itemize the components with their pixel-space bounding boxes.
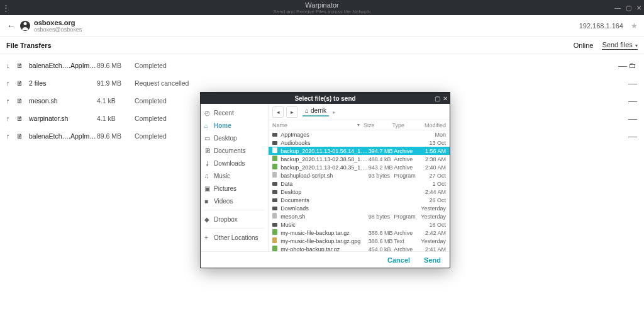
transfer-size: 89.6 MB [97,132,135,140]
upload-arrow-icon: ↑ [6,115,15,122]
sidebar-item-label: Documents [214,147,246,154]
remove-transfer-button[interactable]: — [628,113,638,123]
file-chooser-dialog: Select file(s) to send ▢ ✕ ◴Recent⌂Home▭… [200,92,450,268]
transfer-size: 4.1 kB [97,97,135,105]
path-back-button[interactable]: ◂ [272,106,284,118]
file-row[interactable]: Data1 Oct [269,179,450,188]
file-type: Archive [394,246,418,252]
sidebar-item-dropbox[interactable]: ◆Dropbox [201,213,268,225]
place-icon: ◴ [204,110,211,117]
file-row[interactable]: bashupload-script.sh93 bytesProgram27 Oc… [269,171,450,179]
dialog-close-button[interactable]: ✕ [443,95,448,102]
transfer-size: 91.9 MB [97,79,135,87]
sidebar-item-label: Music [214,173,230,179]
remove-transfer-button[interactable]: — [618,60,628,71]
cancel-button[interactable]: Cancel [387,256,410,264]
file-row[interactable]: Desktop2:44 AM [269,188,450,196]
file-list-columns: Name ▾ Size Type Modified [269,120,450,130]
file-size: 93 bytes [369,173,394,179]
archive-icon [272,229,278,236]
sidebar-item-label: Dropbox [214,216,238,223]
place-icon: ⌂ [204,122,211,129]
sidebar-item-pictures[interactable]: ▣Pictures [201,182,268,195]
file-type: Program [394,173,418,179]
transfer-name: balenaEtch….AppImage [29,62,97,69]
sidebar-item-recent[interactable]: ◴Recent [201,106,268,119]
sidebar-item-music[interactable]: ♫Music [201,169,268,182]
dialog-title: Select file(s) to send [294,95,355,102]
archive-icon [272,246,278,251]
file-size: 98 bytes [369,213,394,220]
dialog-maximize-button[interactable]: ▢ [435,95,440,102]
remove-transfer-button[interactable]: — [628,96,638,106]
send-files-button[interactable]: Send files ▾ [602,41,638,50]
file-modified: 1 Oct [418,181,446,187]
file-modified: Yesterday [418,213,446,220]
file-name: my-music-file-backup.tar.gz [280,230,369,236]
path-crumb-home[interactable]: ⌂ derrik [303,107,329,117]
transfer-name: meson.sh [29,97,97,105]
favorite-star-icon[interactable]: ★ [631,21,638,30]
file-size: 394.7 MB [369,148,394,154]
transfer-name: balenaEtch….AppImage [29,132,97,140]
column-name[interactable]: Name ▾ [272,122,360,128]
file-row[interactable]: my-music-file-backup.tar.gz388.6 MBArchi… [269,229,450,237]
sidebar-item-label: Desktop [214,135,237,142]
back-button[interactable]: ← [6,21,16,31]
place-icon: ⭳ [204,160,211,167]
sidebar-item-other-locations[interactable]: +Other Locations [201,231,268,244]
folder-icon [272,140,278,146]
file-row[interactable]: AppImagesMon [269,130,450,139]
file-row[interactable]: my-photo-backup.tar.gz454.0 kBArchive2:4… [269,245,450,251]
send-button[interactable]: Send [424,256,441,264]
file-name: backup_2020.11.13-01.56.14_1.tar [280,148,369,154]
transfer-size: 4.1 kB [97,115,135,122]
sidebar-item-label: Recent [214,110,234,117]
sidebar-item-downloads[interactable]: ⭳Downloads [201,157,268,169]
file-row[interactable]: Documents26 Oct [269,196,450,204]
column-size[interactable]: Size [364,122,389,128]
file-list[interactable]: AppImagesMonAudiobooks13 Octbackup_2020.… [269,130,450,251]
file-modified: 27 Oct [418,173,446,179]
app-menu-button[interactable]: ⋮ [0,3,11,13]
file-row[interactable]: my-music-file-backup.tar.gz.gpg388.6 MBT… [269,237,450,245]
path-forward-button[interactable]: ▸ [286,106,297,118]
open-folder-button[interactable]: 🗀 [628,61,638,70]
archive-icon [272,147,278,154]
transfer-row[interactable]: ↑🗎2 files91.9 MBRequest cancelled— [0,74,644,92]
file-modified: 16 Oct [418,222,446,228]
file-row[interactable]: backup_2020.11.13-02.40.35_1.tar943.2 MB… [269,163,450,171]
file-row[interactable]: backup_2020.11.13-01.56.14_1.tar394.7 MB… [269,147,450,155]
file-name: meson.sh [280,213,369,220]
column-type[interactable]: Type [392,122,416,128]
sidebar-item-home[interactable]: ⌂Home [201,119,268,132]
file-transfers-label: File Transfers [6,42,52,49]
upload-arrow-icon: ↑ [6,132,15,140]
file-row[interactable]: backup_2020.11.13-02.38.58_1.tar488.4 kB… [269,155,450,163]
remove-transfer-button[interactable]: — [628,78,638,88]
column-modified[interactable]: Modified [420,122,447,128]
file-type: Archive [394,164,418,171]
dropbox-icon: ◆ [204,216,211,223]
file-row[interactable]: meson.sh98 bytesProgramYesterday [269,212,450,220]
sidebar-item-videos[interactable]: ■Videos [201,195,268,207]
folder-icon [272,132,278,138]
minimize-button[interactable]: — [614,4,621,11]
file-size: 388.6 MB [369,238,394,244]
connection-status: Online [574,42,594,49]
transfer-name: warpinator.sh [29,115,97,122]
place-icon: ♫ [204,173,211,179]
place-icon: ■ [204,198,211,205]
transfer-row[interactable]: ↓🗎balenaEtch….AppImage89.6 MBCompleted—🗀 [0,57,644,74]
maximize-button[interactable]: ▢ [626,4,631,11]
file-row[interactable]: Audiobooks13 Oct [269,139,450,147]
sidebar-item-documents[interactable]: 🖹Documents [201,144,268,157]
file-row[interactable]: Music16 Oct [269,220,450,229]
file-type: Program [394,213,418,220]
close-button[interactable]: ✕ [636,4,641,11]
file-type: Archive [394,230,418,236]
file-row[interactable]: DownloadsYesterday [269,204,450,212]
remove-transfer-button[interactable]: — [628,131,638,141]
sidebar-item-desktop[interactable]: ▭Desktop [201,132,268,144]
user-avatar-icon [20,21,30,31]
